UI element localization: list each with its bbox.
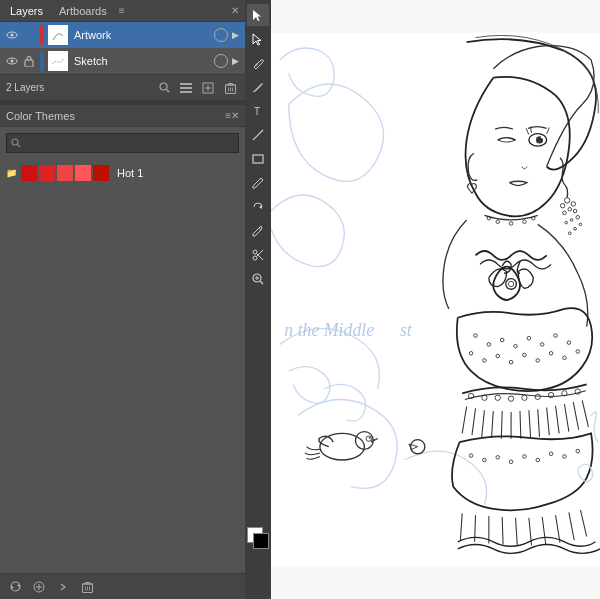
svg-line-40 bbox=[259, 228, 261, 230]
theme-folder-icon: 📁 bbox=[6, 168, 17, 178]
layer-arrow-artwork: ▶ bbox=[232, 30, 239, 40]
layer-visibility-sketch[interactable] bbox=[214, 54, 228, 68]
svg-point-41 bbox=[253, 250, 257, 254]
svg-rect-38 bbox=[253, 155, 263, 163]
layers-options-button[interactable] bbox=[177, 79, 195, 97]
svg-text:T: T bbox=[254, 106, 260, 117]
svg-point-110 bbox=[369, 437, 371, 439]
canvas-area[interactable]: n the Middle st bbox=[271, 0, 600, 599]
color-indicator[interactable] bbox=[247, 527, 269, 549]
artboards-tab[interactable]: Artboards bbox=[55, 3, 111, 19]
svg-line-46 bbox=[260, 281, 263, 284]
layer-lock-sketch[interactable] bbox=[22, 54, 36, 68]
search-icon bbox=[11, 138, 21, 148]
svg-text:n the Middle: n the Middle bbox=[284, 320, 374, 340]
svg-rect-2 bbox=[49, 26, 67, 44]
layer-arrow-sketch: ▶ bbox=[232, 56, 239, 66]
right-arrow-button[interactable] bbox=[54, 578, 72, 596]
svg-line-35 bbox=[253, 91, 254, 92]
svg-rect-6 bbox=[49, 52, 67, 70]
type-tool[interactable]: T bbox=[247, 100, 269, 122]
layers-tab[interactable]: Layers bbox=[6, 3, 47, 19]
color-themes-toolbar bbox=[0, 573, 245, 599]
svg-point-1 bbox=[11, 34, 14, 37]
svg-marker-32 bbox=[253, 10, 261, 21]
color-swatches-hot1 bbox=[21, 165, 109, 181]
layer-row-sketch[interactable]: Sketch ▶ bbox=[0, 48, 245, 74]
layer-visibility-artwork[interactable] bbox=[214, 28, 228, 42]
color-themes-close[interactable]: ✕ bbox=[231, 110, 239, 121]
pencil-tool[interactable] bbox=[247, 76, 269, 98]
svg-marker-39 bbox=[259, 205, 262, 209]
color-theme-row-hot1[interactable]: 📁 Hot 1 bbox=[0, 159, 245, 187]
layers-panel-header: Layers Artboards ≡ ✕ bbox=[0, 0, 245, 22]
color-themes-title: Color Themes bbox=[6, 110, 225, 122]
layer-name-sketch: Sketch bbox=[74, 55, 212, 67]
layers-panel-menu[interactable]: ≡ bbox=[119, 5, 125, 16]
svg-line-43 bbox=[257, 254, 264, 261]
background-color[interactable] bbox=[253, 533, 269, 549]
sync-themes-button[interactable] bbox=[6, 578, 24, 596]
selection-tool[interactable] bbox=[247, 4, 269, 26]
layers-panel-close[interactable]: ✕ bbox=[231, 5, 239, 16]
line-tool[interactable] bbox=[247, 124, 269, 146]
artwork-svg: n the Middle st bbox=[271, 0, 600, 599]
tools-panel: T bbox=[245, 0, 271, 599]
canvas-content: n the Middle st bbox=[271, 0, 600, 599]
layer-eye-artwork[interactable] bbox=[4, 27, 20, 43]
direct-selection-tool[interactable] bbox=[247, 28, 269, 50]
layers-count: 2 Layers bbox=[6, 82, 151, 93]
svg-rect-11 bbox=[180, 91, 192, 93]
add-theme-button[interactable] bbox=[30, 578, 48, 596]
search-layers-button[interactable] bbox=[155, 79, 173, 97]
svg-rect-49 bbox=[271, 33, 600, 566]
color-themes-header: Color Themes ≡ ✕ bbox=[0, 105, 245, 127]
svg-line-37 bbox=[253, 130, 263, 140]
layer-row-artwork[interactable]: Artwork ▶ bbox=[0, 22, 245, 48]
layers-toolbar: 2 Layers bbox=[0, 74, 245, 100]
svg-point-34 bbox=[256, 64, 258, 66]
svg-rect-5 bbox=[25, 60, 33, 67]
layer-eye-sketch[interactable] bbox=[4, 53, 20, 69]
eyedropper-tool[interactable] bbox=[247, 220, 269, 242]
color-themes-search[interactable] bbox=[6, 133, 239, 153]
svg-line-21 bbox=[18, 145, 21, 148]
collect-layer-button[interactable] bbox=[199, 79, 217, 97]
svg-text:st: st bbox=[400, 320, 413, 340]
scissors-tool[interactable] bbox=[247, 244, 269, 266]
svg-rect-10 bbox=[180, 87, 192, 89]
rectangle-tool[interactable] bbox=[247, 148, 269, 170]
delete-layer-button[interactable] bbox=[221, 79, 239, 97]
svg-marker-23 bbox=[11, 586, 14, 590]
svg-point-4 bbox=[11, 60, 14, 63]
svg-rect-9 bbox=[180, 83, 192, 85]
svg-marker-33 bbox=[253, 34, 261, 45]
svg-point-42 bbox=[253, 256, 257, 260]
pen-tool[interactable] bbox=[247, 52, 269, 74]
svg-point-52 bbox=[541, 136, 544, 139]
layer-thumb-artwork bbox=[48, 25, 68, 45]
zoom-tool[interactable] bbox=[247, 268, 269, 290]
svg-point-7 bbox=[160, 83, 167, 90]
svg-point-20 bbox=[12, 139, 18, 145]
layer-name-artwork: Artwork bbox=[74, 29, 212, 41]
brush-tool[interactable] bbox=[247, 172, 269, 194]
color-search-input[interactable] bbox=[25, 138, 234, 149]
layer-thumb-sketch bbox=[48, 51, 68, 71]
delete-theme-button[interactable] bbox=[78, 578, 96, 596]
theme-name-hot1: Hot 1 bbox=[117, 167, 143, 179]
svg-line-8 bbox=[166, 90, 169, 93]
svg-line-44 bbox=[257, 250, 264, 257]
blend-tool[interactable] bbox=[247, 196, 269, 218]
